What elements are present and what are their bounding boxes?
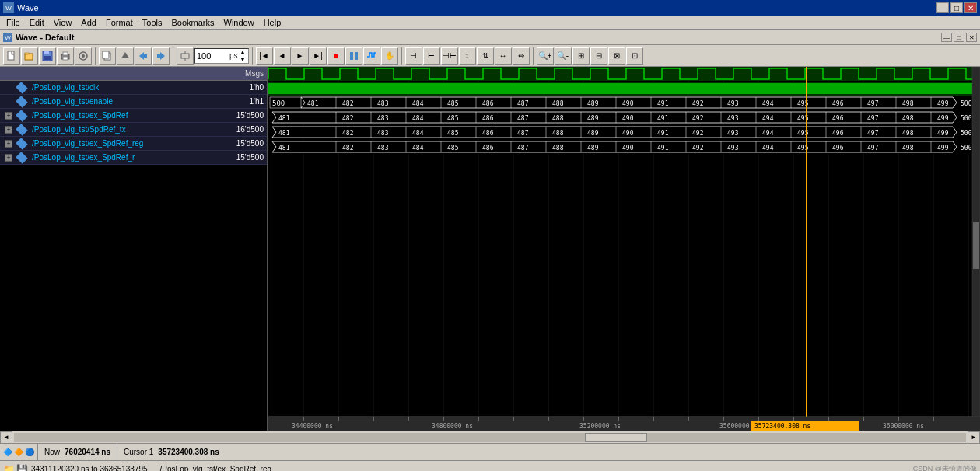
signal-row-exspdref[interactable]: + /PosLop_vlg_tst/ex_SpdRef 15'd500	[0, 109, 267, 123]
toolbar-btn-c5[interactable]: ⇅	[477, 47, 494, 65]
waveform-svg: 500	[268, 67, 980, 431]
horizontal-scrollbar[interactable]: ◄ ►	[0, 431, 980, 443]
time-value-input[interactable]	[197, 51, 228, 61]
sub-maximize[interactable]: □	[954, 33, 964, 42]
sub-close[interactable]: ✕	[966, 33, 977, 42]
menu-view[interactable]: View	[49, 17, 77, 28]
toolbar-btn-up[interactable]	[117, 47, 134, 65]
scroll-track[interactable]	[14, 433, 966, 442]
toolbar-btn-new[interactable]	[3, 47, 20, 65]
toolbar-btn-next[interactable]: ►	[292, 47, 309, 65]
toolbar-btn-z2[interactable]: ⊠	[608, 47, 625, 65]
toolbar-btn-c6[interactable]: ↔	[495, 47, 512, 65]
svg-text:34800000 ns: 34800000 ns	[432, 423, 473, 430]
time-spin-down[interactable]: ▼	[240, 56, 247, 64]
toolbar-btn-end[interactable]: ►|	[310, 47, 327, 65]
svg-text:494: 494	[762, 115, 774, 122]
toolbar-btn-copy[interactable]	[99, 47, 116, 65]
toolbar-btn-zoom-out[interactable]: 🔍-	[555, 47, 572, 65]
svg-text:493: 493	[727, 130, 739, 137]
toolbar-btn-z3[interactable]: ⊡	[626, 47, 643, 65]
time-input[interactable]: ps ▲ ▼	[194, 48, 249, 64]
menu-add[interactable]: Add	[76, 17, 101, 28]
svg-text:498: 498	[902, 130, 914, 137]
svg-rect-206	[268, 417, 980, 431]
time-spin-up[interactable]: ▲	[240, 48, 247, 56]
waveform-area[interactable]: 500	[268, 67, 980, 431]
time-spin[interactable]: ▲ ▼	[240, 48, 247, 64]
scroll-thumb[interactable]	[585, 433, 647, 442]
svg-text:492: 492	[692, 130, 704, 137]
menu-format[interactable]: Format	[101, 17, 138, 28]
toolbar-btn-c1[interactable]: ⊣	[405, 47, 422, 65]
toolbar-btn-prev[interactable]: ◄	[274, 47, 291, 65]
expand-exspdref-r[interactable]: +	[5, 154, 12, 162]
signal-indent-2: +	[0, 112, 17, 120]
toolbar-btn-zoom-fit[interactable]: ⊞	[572, 47, 590, 65]
expand-exspdref-reg[interactable]: +	[5, 140, 12, 148]
status-icon-save2: 💾	[16, 464, 28, 472]
svg-text:489: 489	[587, 145, 599, 152]
toolbar-btn-fwd[interactable]	[152, 47, 170, 65]
scroll-left-arrow[interactable]: ◄	[0, 431, 12, 444]
signal-row-exspdref-r[interactable]: + /PosLop_vlg_tst/ex_SpdRef_r 15'd500	[0, 151, 267, 165]
toolbar-btn-c4[interactable]: ↕	[459, 47, 476, 65]
maximize-button[interactable]: □	[950, 2, 963, 13]
signal-panel: Msgs /PosLop_vlg_tst/clk 1'h0 /PosLop_vl…	[0, 67, 268, 431]
minimize-button[interactable]: —	[936, 2, 949, 13]
toolbar-btn-snap[interactable]	[177, 47, 194, 65]
sub-minimize[interactable]: —	[941, 33, 952, 42]
signal-icon-exspdref-r	[16, 152, 28, 164]
toolbar-btn-print[interactable]	[57, 47, 74, 65]
toolbar-btn-c7[interactable]: ⇔	[513, 47, 530, 65]
scroll-right-arrow[interactable]: ►	[968, 431, 980, 444]
sub-window-controls: — □ ✕	[941, 33, 977, 42]
svg-text:499: 499	[937, 145, 949, 152]
svg-text:499: 499	[937, 130, 949, 137]
expand-spdref-tx[interactable]: +	[5, 126, 12, 134]
toolbar-btn-c3[interactable]: ⊣⊢	[441, 47, 458, 65]
toolbar-btn-stop[interactable]: ■	[327, 47, 345, 65]
toolbar-btn-open[interactable]	[21, 47, 38, 65]
signal-name-exspdref-reg: /PosLop_vlg_tst/ex_SpdRef_reg	[30, 139, 205, 148]
signal-row-enable[interactable]: /PosLop_vlg_tst/enable 1'h1	[0, 95, 267, 109]
svg-text:36000000 ns: 36000000 ns	[883, 423, 924, 430]
menu-window[interactable]: Window	[219, 17, 259, 28]
status-bar-1: 🔷 🔶 🔵 Now 76020414 ns Cursor 1 35723400.…	[0, 443, 980, 460]
svg-rect-21	[350, 52, 353, 60]
svg-text:490: 490	[622, 130, 634, 137]
signal-row-exspdref-reg[interactable]: + /PosLop_vlg_tst/ex_SpdRef_reg 15'd500	[0, 137, 267, 151]
signal-row-spdref-tx[interactable]: + /PosLop_vlg_tst/SpdRef_tx 16'd500	[0, 123, 267, 137]
toolbar-btn-wave[interactable]	[363, 47, 380, 65]
menu-help[interactable]: Help	[259, 17, 286, 28]
svg-text:488: 488	[552, 115, 564, 122]
toolbar-btn-save[interactable]	[39, 47, 56, 65]
svg-text:497: 497	[867, 115, 879, 122]
toolbar-btn-config[interactable]	[75, 47, 92, 65]
toolbar-btn-hand[interactable]: ✋	[381, 47, 398, 65]
toolbar-btn-c2[interactable]: ⊢	[423, 47, 440, 65]
svg-text:482: 482	[342, 145, 354, 152]
close-button[interactable]: ✕	[964, 2, 977, 13]
svg-text:489: 489	[587, 115, 599, 122]
signal-icon-spdref-tx	[16, 124, 28, 136]
menu-edit[interactable]: Edit	[25, 17, 49, 28]
menu-file[interactable]: File	[2, 17, 25, 28]
menu-tools[interactable]: Tools	[138, 17, 167, 28]
toolbar-btn-begin[interactable]: |◄	[256, 47, 273, 65]
signal-icon-exspdref-reg	[16, 138, 28, 150]
toolbar-btn-back[interactable]	[135, 47, 152, 65]
svg-marker-16	[160, 52, 165, 60]
toolbar-btn-fit[interactable]	[345, 47, 362, 65]
svg-text:499: 499	[937, 100, 949, 107]
toolbar-btn-zoom-in[interactable]: 🔍+	[537, 47, 554, 65]
signal-icon-clk	[16, 82, 28, 94]
signal-row-clk[interactable]: /PosLop_vlg_tst/clk 1'h0	[0, 81, 267, 95]
menu-bookmarks[interactable]: Bookmarks	[166, 17, 219, 28]
svg-text:483: 483	[377, 115, 389, 122]
expand-exspdref[interactable]: +	[5, 112, 12, 120]
watermark: CSDN @未悟道的像	[913, 464, 977, 471]
status-now: Now 76020414 ns	[38, 444, 117, 460]
svg-text:485: 485	[447, 115, 459, 122]
toolbar-btn-z1[interactable]: ⊟	[590, 47, 607, 65]
